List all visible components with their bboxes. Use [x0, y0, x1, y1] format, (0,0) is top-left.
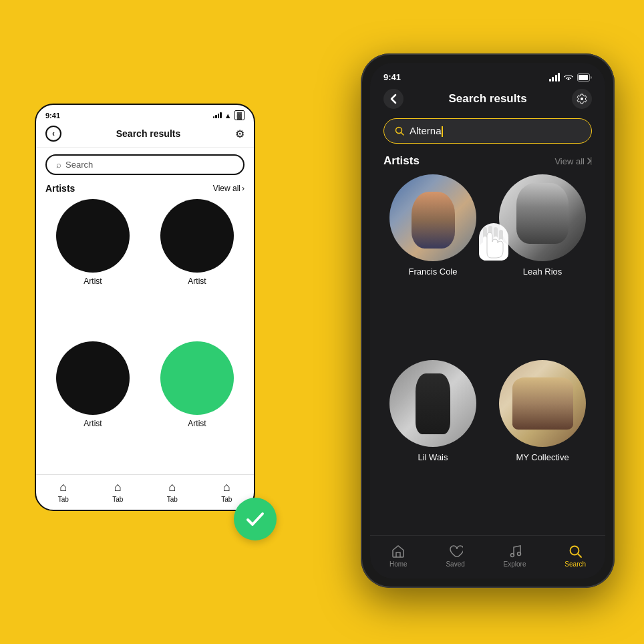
dp-search-icon — [395, 126, 404, 136]
wf-tab-3[interactable]: ⌂ Tab — [167, 480, 178, 503]
dp-battery-icon — [577, 73, 592, 82]
dp-home-label: Home — [389, 560, 408, 568]
dp-gear-icon — [577, 94, 587, 104]
wf-view-all-button[interactable]: View all › — [213, 184, 245, 193]
dp-saved-label: Saved — [446, 560, 464, 568]
dp-artists-title: Artists — [383, 154, 420, 168]
dp-artist-image-francis — [389, 174, 476, 261]
dp-view-all-button[interactable]: View all — [554, 156, 592, 166]
wf-artist-image-2 — [160, 199, 234, 273]
list-item[interactable]: Francis Cole — [383, 174, 482, 349]
dp-explore-label: Explore — [504, 560, 526, 568]
dp-status-bar: 9:41 — [370, 63, 605, 86]
list-item[interactable]: Lil Wais — [383, 360, 482, 535]
dp-back-icon — [390, 94, 397, 104]
dp-home-icon — [391, 544, 406, 558]
wf-chevron-right-icon: › — [242, 184, 245, 193]
dp-artist-image-lil — [389, 360, 476, 447]
list-item[interactable]: Leah Rios — [493, 174, 592, 349]
dp-settings-button[interactable] — [572, 89, 592, 109]
wf-status-icons: ▲ ▓ — [213, 110, 245, 120]
dp-artist-name-my: MY Collective — [516, 452, 569, 462]
wf-tab-label-2: Tab — [112, 496, 123, 503]
wf-wifi-icon: ▲ — [224, 112, 232, 120]
wf-battery-icon: ▓ — [234, 110, 245, 120]
dp-bottom-nav: Home Saved Explore — [370, 535, 605, 579]
list-item[interactable]: Artist — [45, 341, 140, 474]
wf-tab-label-4: Tab — [221, 496, 232, 503]
dp-search-label: Search — [565, 560, 586, 568]
wf-status-bar: 9:41 ▲ ▓ — [36, 105, 254, 123]
wf-search-bar[interactable]: ⌕ Search — [45, 154, 245, 175]
dp-heart-icon — [448, 544, 463, 558]
wf-artist-name-2: Artist — [188, 277, 206, 286]
svg-line-3 — [401, 133, 404, 136]
dp-section-header: Artists View all — [370, 152, 605, 174]
dark-phone-shell: 9:41 — [361, 53, 615, 588]
dp-text-cursor — [442, 126, 443, 137]
dp-signal-icon — [549, 73, 560, 82]
wf-artist-name-4: Artist — [188, 419, 206, 428]
wf-artist-name-3: Artist — [84, 419, 102, 428]
list-item[interactable]: Artist — [45, 199, 140, 332]
svg-point-15 — [510, 554, 514, 557]
wf-artist-name-1: Artist — [84, 277, 102, 286]
wf-back-button[interactable]: ‹ — [45, 126, 61, 142]
wf-bottom-nav: ⌂ Tab ⌂ Tab ⌂ Tab ⌂ Tab — [36, 474, 254, 510]
dp-artist-image-my — [499, 360, 586, 447]
dark-phone: 9:41 — [361, 53, 615, 588]
wf-home-icon-2: ⌂ — [114, 480, 122, 494]
dp-search-bar[interactable]: Alterna — [383, 118, 592, 144]
svg-point-16 — [517, 552, 520, 556]
dark-screen: 9:41 — [370, 63, 605, 579]
check-icon — [244, 508, 267, 530]
wf-time: 9:41 — [45, 112, 60, 120]
dp-artist-name-lil: Lil Wais — [418, 452, 448, 462]
list-item[interactable]: Artist — [150, 341, 245, 474]
wf-search-icon: ⌕ — [56, 160, 61, 170]
wf-artist-image-1 — [56, 199, 130, 273]
wireframe-phone: 9:41 ▲ ▓ ‹ Search results ⚙ ⌕ Search Art… — [35, 104, 255, 511]
dp-search-query: Alterna — [410, 125, 581, 137]
list-item[interactable]: MY Collective — [493, 360, 592, 535]
wf-page-title: Search results — [116, 128, 181, 139]
dp-time: 9:41 — [383, 72, 401, 82]
scene: 9:41 ▲ ▓ ‹ Search results ⚙ ⌕ Search Art… — [0, 0, 644, 644]
dp-chevron-right-icon — [587, 157, 592, 165]
dp-artist-image-leah — [499, 174, 586, 261]
svg-rect-1 — [579, 75, 588, 80]
dp-artist-name-leah: Leah Rios — [523, 267, 562, 277]
wf-home-icon-3: ⌂ — [168, 480, 176, 494]
wf-section-header: Artists View all › — [36, 180, 254, 199]
dp-wifi-icon — [563, 73, 574, 82]
wf-artists-title: Artists — [45, 183, 75, 194]
wf-signal-icon — [213, 112, 222, 118]
wf-home-icon-1: ⌂ — [59, 480, 67, 494]
wf-header: ‹ Search results ⚙ — [36, 123, 254, 148]
dp-status-icons — [549, 73, 593, 82]
wf-settings-icon[interactable]: ⚙ — [235, 128, 245, 140]
dp-artist-name-francis: Francis Cole — [409, 267, 458, 277]
dp-back-button[interactable] — [383, 89, 404, 109]
wf-tab-4[interactable]: ⌂ Tab — [221, 480, 232, 503]
dp-music-icon — [508, 544, 522, 558]
wf-tab-label-3: Tab — [167, 496, 178, 503]
dp-artists-grid: Francis Cole Leah Rios Lil Wais MY Colle… — [370, 174, 605, 535]
dp-tab-explore[interactable]: Explore — [504, 544, 526, 568]
dp-search-nav-icon — [568, 544, 583, 558]
dp-tab-search[interactable]: Search — [565, 544, 586, 568]
dp-tab-home[interactable]: Home — [389, 544, 408, 568]
dp-page-title: Search results — [448, 92, 526, 106]
wf-artist-image-4 — [160, 341, 234, 415]
svg-line-18 — [578, 554, 581, 557]
checkmark-badge — [234, 498, 277, 540]
wf-search-placeholder: Search — [65, 160, 93, 170]
wf-artist-image-3 — [56, 341, 130, 415]
wf-tab-1[interactable]: ⌂ Tab — [58, 480, 69, 503]
list-item[interactable]: Artist — [150, 199, 245, 332]
dp-tab-saved[interactable]: Saved — [446, 544, 464, 568]
wf-tab-label-1: Tab — [58, 496, 69, 503]
wf-home-icon-4: ⌂ — [223, 480, 230, 494]
wf-tab-2[interactable]: ⌂ Tab — [112, 480, 123, 503]
dp-header: Search results — [370, 86, 605, 116]
